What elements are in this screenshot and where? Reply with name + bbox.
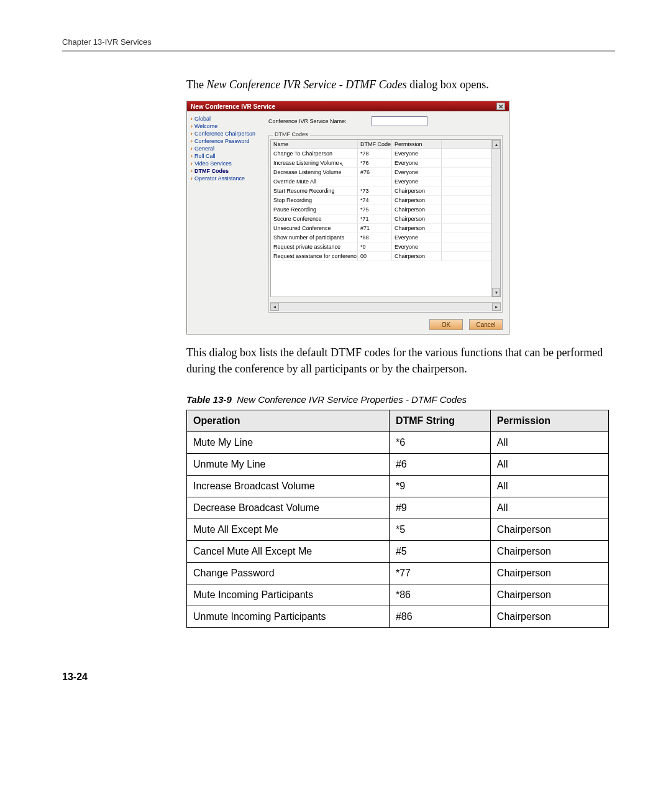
table-row[interactable]: Show number of participants*88Everyone	[271, 233, 491, 242]
cell-op: Mute Incoming Participants	[187, 584, 390, 606]
sidebar-item-label: General	[194, 145, 214, 152]
sidebar-item-label: Video Services	[194, 160, 232, 167]
cell-name: Stop Recording	[271, 196, 358, 205]
scroll-left-icon[interactable]: ◂	[270, 303, 279, 311]
dtmf-table-wrap: Name DTMF Code Permission Change To Chai…	[270, 139, 501, 297]
bullet-icon: ›	[191, 153, 193, 159]
sidebar-item[interactable]: ›DTMF Codes	[188, 167, 263, 175]
table-row: Mute My Line*6All	[187, 432, 609, 454]
cancel-button[interactable]: Cancel	[469, 319, 503, 330]
cell-perm: Chairperson	[490, 584, 608, 606]
chapter-header: Chapter 13-IVR Services	[62, 37, 615, 47]
sidebar-item[interactable]: ›Global	[188, 115, 263, 122]
cell-name: Show number of participants	[271, 233, 358, 242]
service-name-label: Conference IVR Service Name:	[268, 118, 347, 124]
sidebar-item[interactable]: ›Conference Chairperson	[188, 130, 263, 137]
table-row[interactable]: Unsecured Conference#71Chairperson	[271, 224, 491, 233]
cell-code: 00	[358, 252, 392, 261]
scroll-up-icon[interactable]: ▴	[492, 140, 500, 149]
intro-prefix: The	[186, 78, 206, 91]
col-header-name[interactable]: Name	[271, 140, 358, 149]
cell-str: *86	[389, 584, 490, 606]
cell-perm: Chairperson	[392, 224, 442, 233]
cell-code: *74	[358, 196, 392, 205]
table-row[interactable]: Change To Chairperson*78Everyone	[271, 149, 491, 159]
cell-perm: Chairperson	[490, 606, 608, 628]
cell-perm: Chairperson	[392, 196, 442, 205]
dialog-title: New Conference IVR Service	[191, 103, 275, 110]
ok-button[interactable]: OK	[429, 319, 463, 330]
cell-op: Unmute Incoming Participants	[187, 606, 390, 628]
dtmf-table-header: Name DTMF Code Permission	[271, 140, 491, 149]
cell-name: Request private assistance	[271, 242, 358, 251]
service-name-input[interactable]	[372, 116, 427, 126]
sidebar-item[interactable]: ›Conference Password	[188, 137, 263, 145]
cell-perm: Everyone	[392, 149, 442, 158]
table-row[interactable]: Pause Recording*75Chairperson	[271, 205, 491, 215]
cell-str: *77	[389, 563, 490, 584]
hscroll-track[interactable]	[279, 303, 492, 311]
cell-name: Start Resume Recording	[271, 187, 358, 195]
cell-op: Mute All Except Me	[187, 519, 390, 541]
table-row: Unmute My Line#6All	[187, 454, 609, 476]
dialog-footer: OK Cancel	[187, 316, 509, 334]
cell-op: Mute My Line	[187, 432, 390, 454]
table-caption: Table 13-9 New Conference IVR Service Pr…	[186, 394, 609, 405]
horizontal-scrollbar[interactable]: ◂ ▸	[270, 302, 501, 311]
sidebar-item-label: Welcome	[194, 123, 217, 129]
sidebar-item[interactable]: ›Operator Assistance	[188, 175, 263, 182]
sidebar-item[interactable]: ›Video Services	[188, 160, 263, 167]
dialog-title-bar[interactable]: New Conference IVR Service ✕	[187, 101, 509, 111]
sidebar-item[interactable]: ›General	[188, 145, 263, 152]
table-row: Mute Incoming Participants*86Chairperson	[187, 584, 609, 606]
close-icon[interactable]: ✕	[496, 103, 505, 110]
cell-str: *5	[389, 519, 490, 541]
table-row: Increase Broadcast Volume*9All	[187, 476, 609, 497]
table-row: Change Password*77Chairperson	[187, 563, 609, 584]
th-permission: Permission	[490, 410, 608, 432]
table-row[interactable]: Increase Listening Volume↖*76Everyone	[271, 159, 491, 168]
cell-perm: All	[490, 476, 608, 497]
sidebar-item[interactable]: ›Roll Call	[188, 152, 263, 160]
cell-perm: Chairperson	[490, 541, 608, 563]
col-header-perm[interactable]: Permission	[392, 140, 442, 149]
table-row[interactable]: Decrease Listening Volume#76Everyone	[271, 168, 491, 177]
bullet-icon: ›	[191, 175, 193, 182]
th-operation: Operation	[187, 410, 390, 432]
cell-str: #6	[389, 454, 490, 476]
cell-perm: Everyone	[392, 159, 442, 167]
bullet-icon: ›	[191, 168, 193, 174]
scroll-down-icon[interactable]: ▾	[492, 288, 500, 297]
cell-name: Change To Chairperson	[271, 149, 358, 158]
cell-perm: All	[490, 432, 608, 454]
vertical-scrollbar[interactable]: ▴ ▾	[491, 140, 500, 297]
sidebar-item[interactable]: ›Welcome	[188, 122, 263, 130]
cell-str: #86	[389, 606, 490, 628]
cell-perm: Everyone	[392, 242, 442, 251]
intro-text: The New Conference IVR Service - DTMF Co…	[186, 76, 609, 93]
table-row[interactable]: Start Resume Recording*73Chairperson	[271, 187, 491, 196]
cursor-icon: ↖	[339, 161, 344, 167]
cell-code: *75	[358, 205, 392, 214]
dialog-window: New Conference IVR Service ✕ ›Global›Wel…	[186, 101, 509, 334]
cell-code: #76	[358, 168, 392, 177]
table-row[interactable]: Request assistance for conference00Chair…	[271, 252, 491, 261]
cell-perm: All	[490, 454, 608, 476]
cell-perm: All	[490, 497, 608, 519]
sidebar-item-label: Global	[194, 116, 211, 122]
sidebar-item-label: Operator Assistance	[194, 175, 245, 182]
table-row[interactable]: Secure Conference*71Chairperson	[271, 215, 491, 224]
cell-perm: Chairperson	[490, 519, 608, 541]
table-header-row: Operation DTMF String Permission	[187, 410, 609, 432]
col-header-code[interactable]: DTMF Code	[358, 140, 392, 149]
table-row: Unmute Incoming Participants#86Chairpers…	[187, 606, 609, 628]
scroll-right-icon[interactable]: ▸	[492, 303, 501, 311]
cell-code	[358, 177, 392, 186]
th-dtmf-string: DTMF String	[389, 410, 490, 432]
table-row[interactable]: Override Mute AllEveryone	[271, 177, 491, 187]
cell-name: Request assistance for conference	[271, 252, 358, 261]
table-row[interactable]: Stop Recording*74Chairperson	[271, 196, 491, 205]
dialog-main: Conference IVR Service Name: DTMF Codes …	[265, 111, 509, 316]
page-number: 13-24	[62, 671, 615, 683]
table-row[interactable]: Request private assistance*0Everyone	[271, 242, 491, 252]
